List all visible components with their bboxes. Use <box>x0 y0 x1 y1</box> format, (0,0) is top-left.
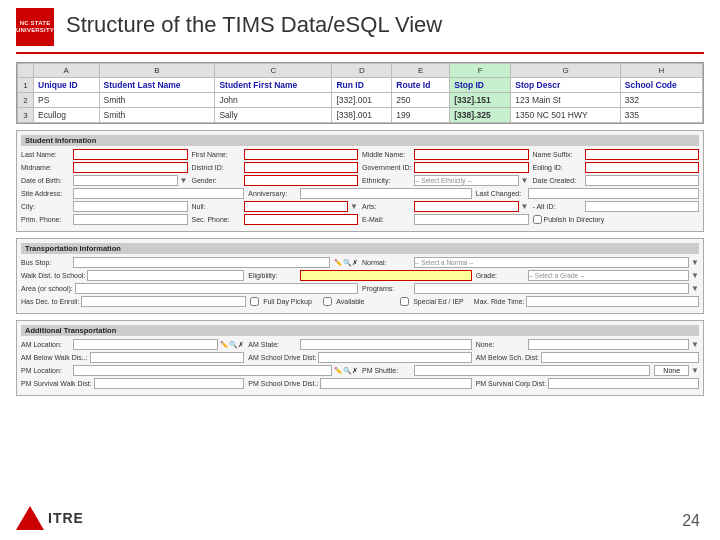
row-3-unique-id: Ecullog <box>34 108 100 123</box>
anniversary-input[interactable] <box>300 188 471 199</box>
eoling-id-input[interactable] <box>585 162 700 173</box>
pm-location-input[interactable] <box>73 365 332 376</box>
bus-stop-input[interactable] <box>73 257 330 268</box>
district-id-input[interactable] <box>244 162 359 173</box>
ncstate-logo: NC STATEUNIVERSITY <box>16 8 54 46</box>
pm-shuttle-input[interactable] <box>414 365 650 376</box>
table-row: 3 Ecullog Smith Sally [338].001 199 [338… <box>18 108 703 123</box>
max-ride-label: Max. Ride Time: <box>474 298 525 305</box>
dob-group: Date of Birth: ▼ <box>21 175 188 186</box>
date-created-group: Date Created: <box>533 175 700 186</box>
max-ride-input[interactable] <box>526 296 699 307</box>
programs-group: Programs: ▼ <box>362 283 699 294</box>
am-location-input[interactable] <box>73 339 218 350</box>
student-form: Student Information Last Name: First Nam… <box>16 130 704 232</box>
pm-survival-corp-label: PM Survival Corp Dist: <box>476 380 546 387</box>
row-num-header <box>18 64 34 78</box>
form-row-2: Midname: District ID: Government ID: Eol… <box>21 162 699 173</box>
date-created-input[interactable] <box>585 175 700 186</box>
sec-phone-input[interactable] <box>244 214 359 225</box>
dob-dropdown-icon[interactable]: ▼ <box>180 176 188 185</box>
eligibility-input[interactable] <box>300 270 471 281</box>
email-group: E-Mail: <box>362 214 529 225</box>
normal-dropdown-icon[interactable]: ▼ <box>691 258 699 267</box>
last-changed-group: Last Changed: <box>476 188 699 199</box>
transport-row-1: Bus Stop: ✏️🔍✗ Normal: -- Select a Norma… <box>21 257 699 268</box>
dob-input[interactable] <box>73 175 178 186</box>
last-name-input[interactable] <box>73 149 188 160</box>
prim-phone-input[interactable] <box>73 214 188 225</box>
anniversary-label: Anniversary: <box>248 190 298 197</box>
normal-select[interactable]: -- Select a Normal -- <box>414 257 689 268</box>
eoling-id-group: Eoling ID: <box>533 162 700 173</box>
pm-survival-walk-input[interactable] <box>94 378 245 389</box>
ethnicity-dropdown-icon[interactable]: ▼ <box>521 176 529 185</box>
row-2-route-id: 250 <box>392 93 450 108</box>
grade-dropdown-icon[interactable]: ▼ <box>691 271 699 280</box>
am-state-input[interactable] <box>300 339 471 350</box>
pm-shuttle-select[interactable]: None <box>654 365 689 376</box>
am-below-sch-label: AM Below Sch. Dist: <box>476 354 539 361</box>
none-dropdown-icon[interactable]: ▼ <box>691 340 699 349</box>
row-2-first-name: John <box>215 93 332 108</box>
full-day-checkbox[interactable] <box>250 297 259 306</box>
col-c: C <box>215 64 332 78</box>
site-address-input[interactable] <box>73 188 244 199</box>
row-2-last-name: Smith <box>99 93 215 108</box>
pm-survival-corp-input[interactable] <box>548 378 699 389</box>
pm-school-drive-input[interactable] <box>320 378 471 389</box>
last-changed-input[interactable] <box>528 188 699 199</box>
government-id-input[interactable] <box>414 162 529 173</box>
available-label: Available <box>336 298 386 305</box>
city-input[interactable] <box>73 201 188 212</box>
programs-dropdown-icon[interactable]: ▼ <box>691 284 699 293</box>
row-2-num: 2 <box>18 93 34 108</box>
fh-run-id: Run ID <box>332 78 392 93</box>
arts-dropdown-icon[interactable]: ▼ <box>521 202 529 211</box>
grade-select[interactable]: -- Select a Grade -- <box>528 270 689 281</box>
has-dec-input[interactable] <box>81 296 246 307</box>
pm-survival-walk-group: PM Survival Walk Dist: <box>21 378 244 389</box>
address-row-1: AM Location: ✏️🔍✗ AM State: None: ▼ <box>21 339 699 350</box>
publish-group: Publish In Directory <box>533 215 700 224</box>
available-checkbox[interactable] <box>323 297 332 306</box>
alt-id-input[interactable] <box>585 201 700 212</box>
fh-school-code: School Code <box>620 78 702 93</box>
pm-shuttle-dropdown-icon[interactable]: ▼ <box>691 366 699 375</box>
middle-name-group: Middle Name: <box>362 149 529 160</box>
area-input[interactable] <box>75 283 358 294</box>
null-input[interactable] <box>244 201 349 212</box>
gender-label: Gender: <box>192 177 242 184</box>
gender-input[interactable] <box>244 175 359 186</box>
am-below-walk-input[interactable] <box>90 352 245 363</box>
col-a: A <box>34 64 100 78</box>
ethnicity-label: Ethnicity: <box>362 177 412 184</box>
max-ride-group: Max. Ride Time: <box>474 296 699 307</box>
pm-school-drive-group: PM School Drive Dist.: <box>248 378 471 389</box>
middle-name-input[interactable] <box>414 149 529 160</box>
first-name-group: First Name: <box>192 149 359 160</box>
email-input[interactable] <box>414 214 529 225</box>
walk-dist-input[interactable] <box>87 270 244 281</box>
programs-input[interactable] <box>414 283 689 294</box>
null-group: Null: ▼ <box>192 201 359 212</box>
am-school-drive-input[interactable] <box>318 352 471 363</box>
arts-group: Arts: ▼ <box>362 201 529 212</box>
none-input[interactable] <box>528 339 689 350</box>
pm-shuttle-label: PM Shuttle: <box>362 367 412 374</box>
name-suffix-input[interactable] <box>585 149 700 160</box>
special-ed-checkbox[interactable] <box>400 297 409 306</box>
row-3-num: 3 <box>18 108 34 123</box>
arts-input[interactable] <box>414 201 519 212</box>
gender-group: Gender: <box>192 175 359 186</box>
site-address-group: Site Address: <box>21 188 244 199</box>
null-dropdown-icon[interactable]: ▼ <box>350 202 358 211</box>
midname-input[interactable] <box>73 162 188 173</box>
midname-label: Midname: <box>21 164 71 171</box>
am-school-drive-group: AM School Drive Dist: <box>248 352 471 363</box>
first-name-input[interactable] <box>244 149 359 160</box>
ethnicity-select[interactable]: -- Select Ethnicity -- <box>414 175 519 186</box>
publish-checkbox[interactable] <box>533 215 542 224</box>
am-below-sch-input[interactable] <box>541 352 699 363</box>
col-d: D <box>332 64 392 78</box>
